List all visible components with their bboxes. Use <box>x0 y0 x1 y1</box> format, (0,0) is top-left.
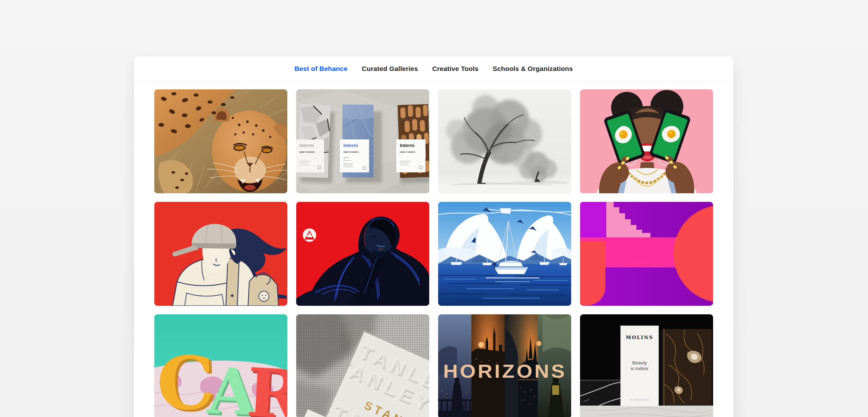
interni-brand-text-3: Interni <box>400 143 414 148</box>
project-tile-stanley-letterpress[interactable]: STANLEY STANLEY STANLEY STANLEY <box>296 314 429 417</box>
sailing-image <box>438 202 571 306</box>
project-tile-sailing-illustration[interactable] <box>438 202 571 306</box>
interni-brand-text-1: Interni <box>299 143 314 148</box>
interni-brand-text-2: Interni <box>343 143 358 148</box>
starboy-image <box>296 202 429 306</box>
project-tile-cheetah-painting[interactable] <box>154 89 287 193</box>
molins-tagline-line1: Beauty <box>632 360 647 365</box>
tab-curated-galleries[interactable]: Curated Galleries <box>362 65 418 72</box>
winter-trees-image <box>438 89 571 193</box>
stanley-image: STANLEY STANLEY STANLEY STANLEY <box>296 314 429 417</box>
molins-tagline-line2: is indoor <box>631 366 649 371</box>
molins-brand-text: MOLINS <box>626 335 654 340</box>
project-tile-geometric-abstract[interactable] <box>580 202 713 306</box>
car-sign-image: C C A A R R <box>154 314 287 417</box>
project-tile-molins-marble[interactable]: MOLINS Beauty is indoor MOLINSDESIGN.COM <box>580 314 713 417</box>
geometric-image <box>580 202 713 306</box>
egg-phones-image <box>580 89 713 193</box>
gallery-tabs: Best of Behance Curated Galleries Creati… <box>134 56 733 82</box>
tab-creative-tools[interactable]: Creative Tools <box>432 65 478 72</box>
interni-tagline-text-2: make it smarter. <box>343 151 359 153</box>
project-tile-red-girl-illustration[interactable] <box>154 202 287 306</box>
tab-schools-organizations[interactable]: Schools & Organizations <box>493 65 573 72</box>
tab-best-of-behance[interactable]: Best of Behance <box>294 65 348 72</box>
molins-url-text: MOLINSDESIGN.COM <box>630 399 649 401</box>
project-tile-winter-trees-photo[interactable] <box>438 89 571 193</box>
project-tile-horizons-collage[interactable]: HORIZONS <box>438 314 571 417</box>
interni-tagline-text-1: make it smarter. <box>299 151 315 153</box>
xo-logo-badge <box>303 229 316 242</box>
cheetah-artwork-image <box>154 89 287 193</box>
horizons-title-text: HORIZONS <box>443 361 567 382</box>
interni-artwork-image: Interni make it smarter. Interni make it… <box>296 89 429 193</box>
red-girl-image <box>154 202 287 306</box>
car-letter-r: R <box>245 353 287 417</box>
interni-tagline-text-3: make it smarter. <box>400 151 415 153</box>
project-tile-car-sign-photo[interactable]: C C A A R R <box>154 314 287 417</box>
horizons-image: HORIZONS <box>438 314 571 417</box>
molins-image: MOLINS Beauty is indoor MOLINSDESIGN.COM <box>580 314 713 417</box>
project-tile-interni-branding[interactable]: Interni make it smarter. Interni make it… <box>296 89 429 193</box>
project-tile-egg-phones-portrait[interactable] <box>580 89 713 193</box>
behance-featured-panel: Best of Behance Curated Galleries Creati… <box>134 56 733 417</box>
project-grid: Interni make it smarter. Interni make it… <box>154 89 713 417</box>
project-tile-starboy-portrait[interactable] <box>296 202 429 306</box>
